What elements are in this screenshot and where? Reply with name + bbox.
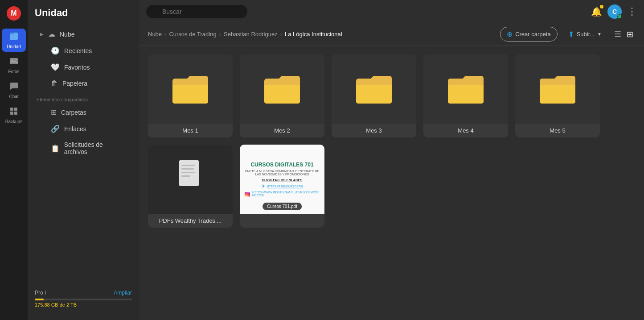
- folder-mes1[interactable]: Mes 1: [148, 54, 233, 137]
- sidebar-item-papelera[interactable]: 🗑 Papelera: [31, 76, 135, 91]
- sidebar-item-recientes[interactable]: 🕐 Recientes: [31, 43, 135, 58]
- pdf-instagram-row: 📷 HTTPS://WWW.INSTAGRAM.C.../CURSOSEMPRE…: [244, 191, 320, 197]
- folder-mes2-preview: [240, 54, 324, 124]
- view-grid-button[interactable]: ⊞: [625, 29, 635, 40]
- folder-icon: [262, 72, 302, 106]
- breadcrumb-cursos[interactable]: Cursos de Trading: [169, 31, 216, 37]
- file-pdfs-wealthy[interactable]: PDFs Wealthy Trades....: [148, 145, 233, 228]
- view-toggle: ☰ ⊞: [612, 29, 635, 40]
- plus-circle-icon: ⊕: [507, 30, 513, 38]
- upload-dropdown-icon: ▼: [597, 32, 602, 37]
- upload-icon: ⬆: [568, 30, 574, 38]
- svg-rect-11: [181, 172, 195, 173]
- folder-mes1-preview: [148, 54, 233, 124]
- view-list-button[interactable]: ☰: [612, 29, 623, 40]
- sidebar-item-enlaces[interactable]: 🔗 Enlaces: [31, 121, 135, 137]
- notification-button[interactable]: 🔔: [591, 6, 602, 17]
- folder-mes3[interactable]: Mes 3: [332, 54, 416, 137]
- rail-item-backups[interactable]: Backups: [2, 104, 26, 127]
- breadcrumb-sep-1: ›: [164, 31, 166, 37]
- cloud-expand-icon: ▶: [40, 32, 44, 37]
- user-avatar[interactable]: C: [607, 4, 622, 19]
- create-folder-label: Crear carpeta: [515, 31, 550, 37]
- notification-badge: [600, 5, 603, 8]
- sidebar-item-nube[interactable]: ▶ ☁ Nube: [31, 26, 135, 42]
- storage-bar-fill: [35, 299, 44, 300]
- svg-rect-4: [10, 108, 13, 111]
- folder-icon: [537, 72, 578, 106]
- svg-rect-5: [14, 108, 17, 111]
- sidebar-label-solicitudes: Solicitudes de archivos: [64, 141, 127, 155]
- pdf-sub: ÚNETE A NUESTRA COMUNIDAD Y ENTÉRATE DE …: [244, 170, 320, 176]
- main-content: 🔍 🔔 C ⋮ Nube › Cursos de Trading › Sebas…: [139, 0, 644, 320]
- folder-mes2-label: Mes 2: [240, 124, 324, 137]
- sidebar-label-carpetas: Carpetas: [61, 109, 86, 116]
- avatar-letter: C: [612, 8, 617, 15]
- search-wrapper: 🔍: [146, 5, 360, 18]
- breadcrumb-sep-3: ›: [280, 31, 282, 37]
- shared-folders-icon: ⊞: [51, 108, 57, 116]
- pdf-telegram-row: ✈ HTTPS://T.ME/CURSOS701: [261, 183, 304, 189]
- storage-used-label: 175.88 GB de 2 TB: [35, 302, 132, 308]
- svg-rect-9: [181, 165, 195, 166]
- breadcrumb-current: La Lógica Institucional: [285, 31, 342, 37]
- file-requests-icon: 📋: [51, 144, 60, 153]
- rail-item-chat[interactable]: Chat: [2, 79, 26, 102]
- logo-button[interactable]: M: [2, 4, 26, 23]
- telegram-icon: ✈: [261, 183, 265, 189]
- links-icon: 🔗: [51, 125, 60, 133]
- svg-rect-7: [14, 112, 17, 115]
- sidebar-label-favoritos: Favoritos: [64, 64, 90, 71]
- folder-icon: [354, 72, 394, 106]
- svg-rect-2: [10, 58, 18, 64]
- folder-mes3-label: Mes 3: [332, 124, 416, 137]
- pdf-title: CURSOS DIGITALES 701: [250, 162, 313, 168]
- favorites-icon: 🤍: [51, 63, 60, 71]
- upload-button[interactable]: ⬆ Subir... ▼: [562, 27, 608, 41]
- folder-mes4-preview: [423, 54, 508, 124]
- file-cursos-701-preview: CURSOS DIGITALES 701 ÚNETE A NUESTRA COM…: [240, 145, 324, 214]
- mega-logo-icon: M: [7, 6, 21, 21]
- file-pdfs-wealthy-preview: [148, 145, 233, 214]
- pdf-tg-link: HTTPS://T.ME/CURSOS701: [267, 185, 304, 188]
- rail-item-fotos[interactable]: Fotos: [2, 54, 26, 77]
- more-menu-button[interactable]: ⋮: [627, 6, 637, 17]
- left-rail: M Unidad Fotos Chat: [0, 0, 28, 320]
- folder-mes5[interactable]: Mes 5: [515, 54, 600, 137]
- svg-rect-10: [181, 168, 194, 170]
- rail-label-unidad: Unidad: [7, 44, 21, 49]
- svg-rect-12: [181, 175, 190, 177]
- folder-mes4[interactable]: Mes 4: [423, 54, 508, 137]
- instagram-icon: 📷: [244, 191, 250, 197]
- storage-section: Pro I Ampliar 175.88 GB de 2 TB: [28, 284, 139, 313]
- folder-mes2[interactable]: Mes 2: [240, 54, 324, 137]
- trash-icon: 🗑: [51, 79, 58, 87]
- breadcrumb: Nube › Cursos de Trading › Sebastian Rod…: [139, 23, 644, 46]
- folder-mes1-label: Mes 1: [148, 124, 233, 137]
- ampliar-button[interactable]: Ampliar: [114, 290, 132, 296]
- folder-icon: [446, 72, 486, 106]
- breadcrumb-sebastian[interactable]: Sebastian Rodriguez: [224, 31, 278, 37]
- svg-rect-6: [10, 112, 13, 115]
- online-badge: [617, 14, 622, 19]
- folder-mes3-preview: [332, 54, 416, 124]
- breadcrumb-nube[interactable]: Nube: [148, 31, 162, 37]
- document-icon: [177, 159, 204, 199]
- folder-mes5-preview: [515, 54, 600, 124]
- sidebar-label-recientes: Recientes: [64, 47, 92, 54]
- sidebar-item-carpetas[interactable]: ⊞ Carpetas: [31, 104, 135, 120]
- backups-icon: [9, 106, 19, 118]
- file-cursos-701[interactable]: CURSOS DIGITALES 701 ÚNETE A NUESTRA COM…: [240, 145, 324, 228]
- breadcrumb-actions: ⊕ Crear carpeta ⬆ Subir... ▼ ☰ ⊞: [500, 27, 635, 42]
- shared-section-label: Elementos compartidos: [28, 91, 139, 104]
- cloud-icon: ☁: [48, 30, 55, 38]
- folder-mes4-label: Mes 4: [423, 124, 508, 137]
- pdf-ig-link: HTTPS://WWW.INSTAGRAM.C.../CURSOSEMPREND…: [252, 191, 320, 197]
- rail-item-unidad[interactable]: Unidad: [2, 29, 26, 52]
- sidebar-item-solicitudes[interactable]: 📋 Solicitudes de archivos: [31, 137, 135, 159]
- drive-icon: [9, 31, 19, 43]
- create-folder-button[interactable]: ⊕ Crear carpeta: [500, 27, 557, 42]
- search-input[interactable]: [146, 5, 247, 18]
- sidebar-item-favoritos[interactable]: 🤍 Favoritos: [31, 59, 135, 75]
- photos-icon: [9, 56, 19, 68]
